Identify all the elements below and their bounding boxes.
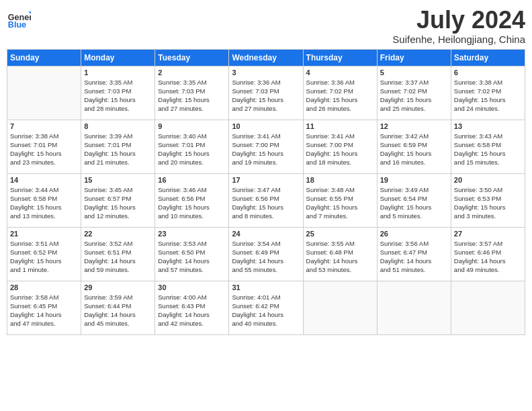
cell-info: Sunrise: 3:41 AMSunset: 7:00 PMDaylight:… [306,132,374,167]
day-number: 20 [454,176,522,184]
day-number: 6 [454,68,522,77]
month-title: July 2024 [392,7,525,34]
day-number: 8 [84,122,152,130]
cell-info: Sunrise: 3:37 AMSunset: 7:02 PMDaylight:… [380,78,448,113]
day-number: 25 [306,230,374,238]
day-header-saturday: Saturday [451,49,525,66]
day-number: 14 [10,176,78,184]
calendar-cell: 3Sunrise: 3:36 AMSunset: 7:03 PMDaylight… [229,66,303,120]
cell-info: Sunrise: 3:35 AMSunset: 7:03 PMDaylight:… [158,78,226,113]
day-number: 15 [84,176,152,184]
calendar-week-2: 7Sunrise: 3:38 AMSunset: 7:01 PMDaylight… [7,120,525,173]
cell-info: Sunrise: 3:39 AMSunset: 7:01 PMDaylight:… [84,132,152,167]
day-number: 22 [84,230,152,238]
cell-info: Sunrise: 3:41 AMSunset: 7:00 PMDaylight:… [232,132,300,167]
calendar-table: SundayMondayTuesdayWednesdayThursdayFrid… [7,49,525,335]
calendar-cell: 13Sunrise: 3:43 AMSunset: 6:58 PMDayligh… [451,120,525,173]
title-block: July 2024 Suifenhe, Heilongjiang, China [392,7,525,45]
calendar-cell: 29Sunrise: 3:59 AMSunset: 6:44 PMDayligh… [81,281,155,334]
day-number: 13 [454,122,522,130]
day-header-monday: Monday [81,49,155,66]
calendar-cell: 21Sunrise: 3:51 AMSunset: 6:52 PMDayligh… [7,227,81,281]
cell-info: Sunrise: 3:43 AMSunset: 6:58 PMDaylight:… [454,132,522,167]
calendar-cell: 5Sunrise: 3:37 AMSunset: 7:02 PMDaylight… [377,66,451,120]
day-number: 16 [158,176,226,184]
cell-info: Sunrise: 3:36 AMSunset: 7:03 PMDaylight:… [232,78,300,113]
calendar-cell: 2Sunrise: 3:35 AMSunset: 7:03 PMDaylight… [155,66,229,120]
logo: General Blue [7,7,34,31]
day-header-friday: Friday [377,49,451,66]
cell-info: Sunrise: 3:36 AMSunset: 7:02 PMDaylight:… [306,78,374,113]
calendar-cell: 15Sunrise: 3:45 AMSunset: 6:57 PMDayligh… [81,173,155,227]
cell-info: Sunrise: 3:46 AMSunset: 6:56 PMDaylight:… [158,185,226,221]
day-number: 29 [84,283,152,291]
cell-info: Sunrise: 3:38 AMSunset: 7:02 PMDaylight:… [454,78,522,113]
cell-info: Sunrise: 3:53 AMSunset: 6:50 PMDaylight:… [158,239,226,275]
calendar-week-1: 1Sunrise: 3:35 AMSunset: 7:03 PMDaylight… [7,66,525,120]
location-subtitle: Suifenhe, Heilongjiang, China [392,34,525,45]
calendar-cell: 31Sunrise: 4:01 AMSunset: 6:42 PMDayligh… [229,281,303,334]
day-header-wednesday: Wednesday [229,49,303,66]
day-number: 2 [158,68,226,77]
calendar-cell: 8Sunrise: 3:39 AMSunset: 7:01 PMDaylight… [81,120,155,173]
calendar-header-row: SundayMondayTuesdayWednesdayThursdayFrid… [7,49,525,66]
day-number: 1 [84,68,152,77]
day-number: 3 [232,68,300,77]
calendar-cell: 18Sunrise: 3:48 AMSunset: 6:55 PMDayligh… [303,173,377,227]
calendar-cell: 27Sunrise: 3:57 AMSunset: 6:46 PMDayligh… [451,227,525,281]
calendar-cell: 7Sunrise: 3:38 AMSunset: 7:01 PMDaylight… [7,120,81,173]
calendar-cell: 10Sunrise: 3:41 AMSunset: 7:00 PMDayligh… [229,120,303,173]
page-header: General Blue July 2024 Suifenhe, Heilong… [7,7,525,45]
cell-info: Sunrise: 3:44 AMSunset: 6:58 PMDaylight:… [10,185,78,221]
calendar-week-5: 28Sunrise: 3:58 AMSunset: 6:45 PMDayligh… [7,281,525,334]
calendar-cell: 14Sunrise: 3:44 AMSunset: 6:58 PMDayligh… [7,173,81,227]
logo-icon: General Blue [7,7,31,31]
calendar-cell: 6Sunrise: 3:38 AMSunset: 7:02 PMDaylight… [451,66,525,120]
cell-info: Sunrise: 4:01 AMSunset: 6:42 PMDaylight:… [232,293,300,328]
calendar-cell: 24Sunrise: 3:54 AMSunset: 6:49 PMDayligh… [229,227,303,281]
day-number: 21 [10,230,78,238]
cell-info: Sunrise: 3:49 AMSunset: 6:54 PMDaylight:… [380,185,448,221]
day-number: 10 [232,122,300,130]
calendar-cell: 16Sunrise: 3:46 AMSunset: 6:56 PMDayligh… [155,173,229,227]
calendar-cell: 28Sunrise: 3:58 AMSunset: 6:45 PMDayligh… [7,281,81,334]
day-number: 11 [306,122,374,130]
cell-info: Sunrise: 3:48 AMSunset: 6:55 PMDaylight:… [306,185,374,221]
cell-info: Sunrise: 3:45 AMSunset: 6:57 PMDaylight:… [84,185,152,221]
calendar-week-3: 14Sunrise: 3:44 AMSunset: 6:58 PMDayligh… [7,173,525,227]
calendar-cell: 1Sunrise: 3:35 AMSunset: 7:03 PMDaylight… [81,66,155,120]
calendar-cell: 12Sunrise: 3:42 AMSunset: 6:59 PMDayligh… [377,120,451,173]
cell-info: Sunrise: 3:54 AMSunset: 6:49 PMDaylight:… [232,239,300,275]
cell-info: Sunrise: 3:57 AMSunset: 6:46 PMDaylight:… [454,239,522,275]
cell-info: Sunrise: 3:35 AMSunset: 7:03 PMDaylight:… [84,78,152,113]
day-number: 7 [10,122,78,130]
calendar-cell: 26Sunrise: 3:56 AMSunset: 6:47 PMDayligh… [377,227,451,281]
day-number: 28 [10,283,78,291]
calendar-cell: 25Sunrise: 3:55 AMSunset: 6:48 PMDayligh… [303,227,377,281]
calendar-cell: 17Sunrise: 3:47 AMSunset: 6:56 PMDayligh… [229,173,303,227]
day-number: 5 [380,68,448,77]
cell-info: Sunrise: 3:50 AMSunset: 6:53 PMDaylight:… [454,185,522,221]
calendar-cell: 4Sunrise: 3:36 AMSunset: 7:02 PMDaylight… [303,66,377,120]
calendar-cell [7,66,81,120]
day-number: 31 [232,283,300,291]
calendar-cell: 22Sunrise: 3:52 AMSunset: 6:51 PMDayligh… [81,227,155,281]
day-number: 18 [306,176,374,184]
svg-text:Blue: Blue [8,20,26,30]
cell-info: Sunrise: 3:47 AMSunset: 6:56 PMDaylight:… [232,185,300,221]
day-number: 4 [306,68,374,77]
calendar-cell: 20Sunrise: 3:50 AMSunset: 6:53 PMDayligh… [451,173,525,227]
calendar-cell: 11Sunrise: 3:41 AMSunset: 7:00 PMDayligh… [303,120,377,173]
calendar-cell: 23Sunrise: 3:53 AMSunset: 6:50 PMDayligh… [155,227,229,281]
day-header-tuesday: Tuesday [155,49,229,66]
calendar-cell [451,281,525,334]
calendar-cell [377,281,451,334]
day-number: 26 [380,230,448,238]
day-number: 24 [232,230,300,238]
calendar-body: 1Sunrise: 3:35 AMSunset: 7:03 PMDaylight… [7,66,525,334]
day-number: 19 [380,176,448,184]
day-header-thursday: Thursday [303,49,377,66]
day-number: 9 [158,122,226,130]
day-number: 17 [232,176,300,184]
cell-info: Sunrise: 4:00 AMSunset: 6:43 PMDaylight:… [158,293,226,328]
